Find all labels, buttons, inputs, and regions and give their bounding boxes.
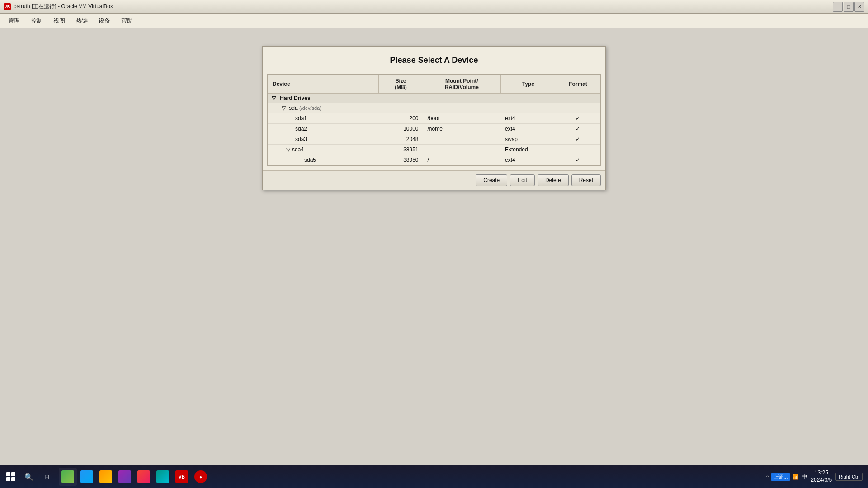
row-format: ✓ bbox=[556, 113, 600, 124]
main-area: Please Select A Device Device Size(MB) M… bbox=[0, 28, 868, 465]
search-button[interactable]: 🔍 bbox=[21, 469, 37, 485]
menu-view[interactable]: 视图 bbox=[49, 15, 70, 27]
maximize-button[interactable]: □ bbox=[844, 2, 854, 12]
menu-hotkey[interactable]: 热键 bbox=[71, 15, 92, 27]
taskbar-app-2[interactable] bbox=[78, 468, 96, 486]
row-device: sda5 bbox=[268, 155, 379, 165]
clock-time: 13:25 bbox=[811, 469, 832, 477]
table-row[interactable]: sda2 10000 /home ext4 ✓ bbox=[268, 124, 600, 134]
device-table-wrapper: Device Size(MB) Mount Point/RAID/Volume … bbox=[267, 74, 601, 166]
minimize-button[interactable]: ─ bbox=[833, 2, 843, 12]
row-mount: / bbox=[423, 155, 501, 165]
taskbar-app-virtualbox[interactable]: VB bbox=[173, 468, 191, 486]
window-title: ostruth [正在运行] - Oracle VM VirtualBox bbox=[14, 3, 113, 10]
row-size: 2048 bbox=[379, 134, 423, 145]
taskbar-right: ^ 上证... 📶 中 13:25 2024/3/5 Right Ctrl bbox=[766, 469, 866, 483]
col-device: Device bbox=[268, 75, 379, 94]
row-device: sda2 bbox=[268, 124, 379, 134]
chevron-up-icon[interactable]: ^ bbox=[766, 474, 769, 479]
sda-subtitle: (/dev/sda) bbox=[299, 105, 321, 111]
clock-date: 2024/3/5 bbox=[811, 477, 832, 484]
sda-label: sda bbox=[289, 105, 297, 111]
table-row[interactable]: sda1 200 /boot ext4 ✓ bbox=[268, 113, 600, 124]
taskbar-app-4[interactable] bbox=[116, 468, 134, 486]
taskview-button[interactable]: ⊞ bbox=[38, 468, 56, 486]
edit-button[interactable]: Edit bbox=[510, 174, 535, 186]
reset-button[interactable]: Reset bbox=[571, 174, 601, 186]
col-mount: Mount Point/RAID/Volume bbox=[423, 75, 501, 94]
taskbar: 🔍 ⊞ VB ● ^ 上证... bbox=[0, 465, 868, 488]
menubar: 管理 控制 视图 热键 设备 帮助 bbox=[0, 14, 868, 28]
start-button[interactable] bbox=[2, 468, 20, 486]
window-controls: ─ □ ✕ bbox=[833, 2, 864, 12]
row-type: Extended bbox=[500, 145, 556, 155]
device-select-dialog: Please Select A Device Device Size(MB) M… bbox=[262, 46, 606, 190]
menu-help[interactable]: 帮助 bbox=[117, 15, 137, 27]
col-type: Type bbox=[500, 75, 556, 94]
device-table: Device Size(MB) Mount Point/RAID/Volume … bbox=[268, 75, 600, 165]
taskbar-clock: 13:25 2024/3/5 bbox=[811, 469, 832, 483]
row-size: 200 bbox=[379, 113, 423, 124]
row-mount: /boot bbox=[423, 113, 501, 124]
row-format bbox=[556, 145, 600, 155]
group-sda[interactable]: ▽ sda (/dev/sda) bbox=[268, 103, 600, 113]
table-header-row: Device Size(MB) Mount Point/RAID/Volume … bbox=[268, 75, 600, 94]
row-type: ext4 bbox=[500, 113, 556, 124]
language-indicator[interactable]: 中 bbox=[802, 473, 807, 481]
row-format: ✓ bbox=[556, 134, 600, 145]
menu-control[interactable]: 控制 bbox=[26, 15, 47, 27]
create-button[interactable]: Create bbox=[476, 174, 507, 186]
row-mount bbox=[423, 134, 501, 145]
row-size: 10000 bbox=[379, 124, 423, 134]
taskbar-app-8[interactable]: ● bbox=[192, 468, 210, 486]
row-device: sda3 bbox=[268, 134, 379, 145]
row-type: ext4 bbox=[500, 155, 556, 165]
menu-devices[interactable]: 设备 bbox=[94, 15, 115, 27]
col-size: Size(MB) bbox=[379, 75, 423, 94]
section-label: Hard Drives bbox=[280, 95, 310, 101]
taskbar-app-5[interactable] bbox=[135, 468, 153, 486]
windows-icon bbox=[6, 472, 15, 481]
table-row[interactable]: sda3 2048 swap ✓ bbox=[268, 134, 600, 145]
row-device: sda1 bbox=[268, 113, 379, 124]
row-device: ▽sda4 bbox=[268, 145, 379, 155]
delete-button[interactable]: Delete bbox=[538, 174, 569, 186]
action-buttons: Create Edit Delete Reset bbox=[263, 170, 605, 190]
dialog-title: Please Select A Device bbox=[263, 47, 605, 74]
menu-manage[interactable]: 管理 bbox=[4, 15, 24, 27]
col-format: Format bbox=[556, 75, 600, 94]
row-type: ext4 bbox=[500, 124, 556, 134]
app-icon: VB bbox=[4, 3, 11, 10]
taskbar-app-1[interactable] bbox=[59, 468, 77, 486]
stock-label: 上证... bbox=[771, 473, 790, 481]
row-size: 38950 bbox=[379, 155, 423, 165]
row-size: 38951 bbox=[379, 145, 423, 155]
taskbar-app-3[interactable] bbox=[97, 468, 115, 486]
titlebar: VB ostruth [正在运行] - Oracle VM VirtualBox… bbox=[0, 0, 868, 14]
right-ctrl-label: Right Ctrl bbox=[835, 473, 863, 481]
row-mount bbox=[423, 145, 501, 155]
section-hard-drives: ▽ Hard Drives bbox=[268, 94, 600, 103]
taskbar-app-6[interactable] bbox=[154, 468, 172, 486]
row-format: ✓ bbox=[556, 155, 600, 165]
close-button[interactable]: ✕ bbox=[854, 2, 864, 12]
table-row[interactable]: ▽sda4 38951 Extended bbox=[268, 145, 600, 155]
table-row[interactable]: sda5 38950 / ext4 ✓ bbox=[268, 155, 600, 165]
row-type: swap bbox=[500, 134, 556, 145]
notification-icons: 📶 bbox=[793, 474, 799, 480]
row-mount: /home bbox=[423, 124, 501, 134]
row-format: ✓ bbox=[556, 124, 600, 134]
